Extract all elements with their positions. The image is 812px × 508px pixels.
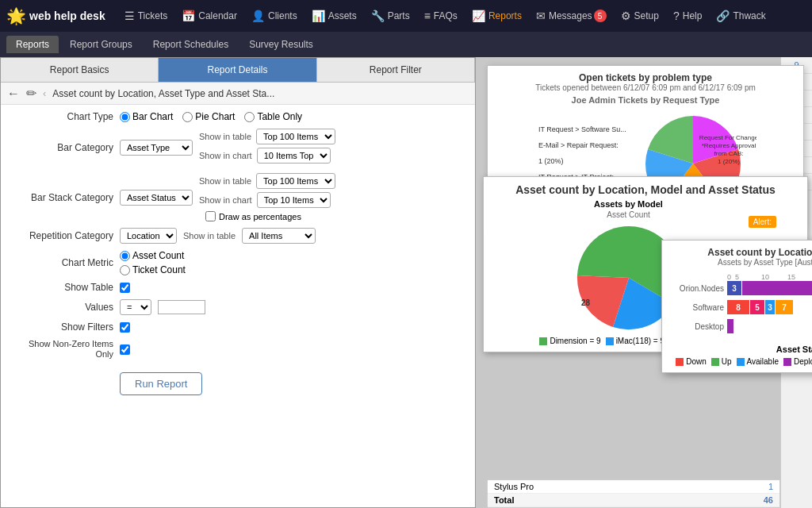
- thwack-label: Thwack: [733, 10, 765, 21]
- chart-type-row: Chart Type Bar Chart Pie Chart Table Onl…: [10, 111, 465, 122]
- nav-item-thwack[interactable]: 🔗Thwack: [710, 6, 772, 25]
- chart-metric-row: Chart Metric Asset Count Ticket Count: [10, 250, 465, 275]
- show-chart-label1: Show in chart: [199, 151, 252, 160]
- panel-tabs: Report BasicsReport DetailsReport Filter: [1, 58, 475, 83]
- show-chart-select2[interactable]: Top 10 Items All Items: [257, 192, 331, 208]
- setup-icon: ⚙: [621, 10, 631, 22]
- show-nonzero-controls: [120, 344, 130, 355]
- nav-item-setup[interactable]: ⚙Setup: [615, 6, 665, 25]
- show-filters-label: Show Filters: [10, 321, 113, 333]
- show-filters-controls: [120, 322, 130, 333]
- show-table-main-row: Show Table: [10, 282, 465, 293]
- show-table-select3[interactable]: All Items Top 10 Items: [242, 228, 316, 244]
- nav-item-assets[interactable]: 📊Assets: [305, 6, 363, 25]
- nav-item-messages[interactable]: ✉Messages5: [530, 6, 613, 25]
- draw-pct-checkbox[interactable]: [205, 211, 216, 221]
- asset-count-option[interactable]: Asset Count: [120, 250, 186, 261]
- legend-up: Up: [711, 357, 732, 366]
- bar-category-select[interactable]: Asset Type Asset Status Location: [120, 140, 193, 156]
- show-table-checkbox[interactable]: [120, 283, 130, 293]
- logo: 🌟 web help desk: [6, 6, 105, 25]
- ticket-count-label: Ticket Count: [132, 264, 186, 275]
- svg-text:E-Mail > Repair Request:: E-Mail > Repair Request:: [538, 141, 619, 149]
- sw-seg3: 3: [765, 300, 775, 314]
- up-dot: [711, 358, 719, 366]
- panel-tab-report-details[interactable]: Report Details: [159, 58, 316, 82]
- values-select[interactable]: = > <: [120, 299, 151, 315]
- subnav-item-reports[interactable]: Reports: [6, 36, 59, 53]
- nav-item-help[interactable]: ?Help: [667, 6, 708, 25]
- faqs-label: FAQs: [434, 10, 458, 21]
- bar-label-desktop: Desktop: [668, 322, 724, 331]
- thwack-icon: 🔗: [716, 10, 730, 22]
- show-chart-label2: Show in chart: [199, 195, 252, 205]
- nav-item-faqs[interactable]: ≡FAQs: [418, 6, 464, 25]
- clients-label: Clients: [268, 10, 297, 21]
- back-button[interactable]: ←: [7, 87, 20, 101]
- repetition-select[interactable]: Location None: [120, 228, 177, 244]
- panel-toolbar: ← ✏ ‹ Asset count by Location, Asset Typ…: [1, 83, 475, 105]
- bar-chart-subtitle: Assets by Asset Type [Austin, Texas, USA…: [668, 258, 812, 267]
- legend-imac: iMac(118) = 9: [606, 337, 665, 345]
- asset-status-header: Asset Status:: [668, 344, 812, 354]
- run-report-row: Run Report: [10, 366, 465, 395]
- bar-row-software: Software 8 5 3 7: [668, 300, 812, 314]
- nav-item-clients[interactable]: 👤Clients: [245, 6, 304, 25]
- down-dot: [676, 358, 684, 366]
- ticket-count-option[interactable]: Ticket Count: [120, 264, 186, 275]
- bar-stack-row: Bar Stack Category Asset Status Asset Ty…: [10, 173, 465, 221]
- subnav-item-report-schedules[interactable]: Report Schedules: [144, 36, 238, 53]
- nav-item-parts[interactable]: 🔧Parts: [365, 6, 416, 25]
- pie-chart-option[interactable]: Pie Chart: [182, 111, 235, 122]
- reports-icon: 📈: [472, 10, 485, 22]
- svg-text:28: 28: [581, 298, 591, 307]
- show-nonzero-checkbox[interactable]: [120, 344, 130, 355]
- orion-seg1: 3: [727, 281, 741, 295]
- run-report-button[interactable]: Run Report: [120, 372, 202, 395]
- panel-tab-report-basics[interactable]: Report Basics: [1, 58, 159, 82]
- bar-stack-select[interactable]: Asset Status Asset Type: [120, 190, 193, 206]
- panel-tab-report-filter[interactable]: Report Filter: [317, 58, 475, 82]
- chart-type-label: Chart Type: [10, 111, 113, 122]
- edit-button[interactable]: ✏: [26, 86, 36, 101]
- legend-dimension: Dimension = 9: [539, 337, 600, 345]
- legend-deployed: Deployed: [783, 357, 812, 366]
- help-icon: ?: [673, 10, 680, 22]
- draw-pct-label: Draw as percentages: [219, 212, 301, 221]
- imac-dot: [606, 337, 614, 345]
- svg-text:IT Request > Software Su...: IT Request > Software Su...: [538, 125, 626, 133]
- values-label: Values: [10, 302, 113, 313]
- show-nonzero-row: Show Non-Zero Items Only: [10, 339, 465, 360]
- help-label: Help: [683, 10, 703, 21]
- nav-item-reports[interactable]: 📈Reports: [465, 6, 528, 25]
- total-value: 46: [764, 495, 773, 505]
- chart-type-controls: Bar Chart Pie Chart Table Only: [120, 111, 302, 122]
- legend-down: Down: [676, 357, 707, 366]
- show-table-main-label: Show Table: [10, 282, 113, 293]
- bar-segments-software: 8 5 3 7: [727, 300, 793, 314]
- messages-icon: ✉: [536, 10, 546, 22]
- desktop-seg1: [727, 319, 733, 333]
- calendar-icon: 📅: [182, 10, 195, 22]
- show-filters-checkbox[interactable]: [120, 322, 130, 333]
- values-controls: = > <: [120, 299, 205, 315]
- values-input[interactable]: [158, 300, 205, 314]
- reports-label: Reports: [488, 10, 522, 21]
- show-nonzero-label: Show Non-Zero Items Only: [10, 339, 113, 360]
- show-table-select2[interactable]: Top 100 Items All Items: [256, 173, 335, 189]
- total-label: Total: [494, 495, 514, 505]
- bar-row-desktop: Desktop: [668, 319, 812, 333]
- nav-item-calendar[interactable]: 📅Calendar: [175, 6, 243, 25]
- show-chart-select1[interactable]: 10 Items Top Top 10 Items All Items: [257, 148, 331, 164]
- bar-chart-option[interactable]: Bar Chart: [120, 111, 173, 122]
- nav-item-tickets[interactable]: ☰Tickets: [118, 6, 174, 25]
- table-only-option[interactable]: Table Only: [244, 111, 302, 122]
- bar-stack-label: Bar Stack Category: [10, 192, 113, 203]
- show-chart-row2: Show in chart Top 10 Items All Items: [199, 192, 335, 208]
- show-table-select1[interactable]: Top 100 Items All Items: [256, 129, 335, 144]
- subnav-item-report-groups[interactable]: Report Groups: [60, 36, 142, 53]
- available-dot: [737, 358, 745, 366]
- dimension-dot: [539, 337, 547, 345]
- bar-label-software: Software: [668, 303, 724, 312]
- subnav-item-survey-results[interactable]: Survey Results: [239, 36, 323, 53]
